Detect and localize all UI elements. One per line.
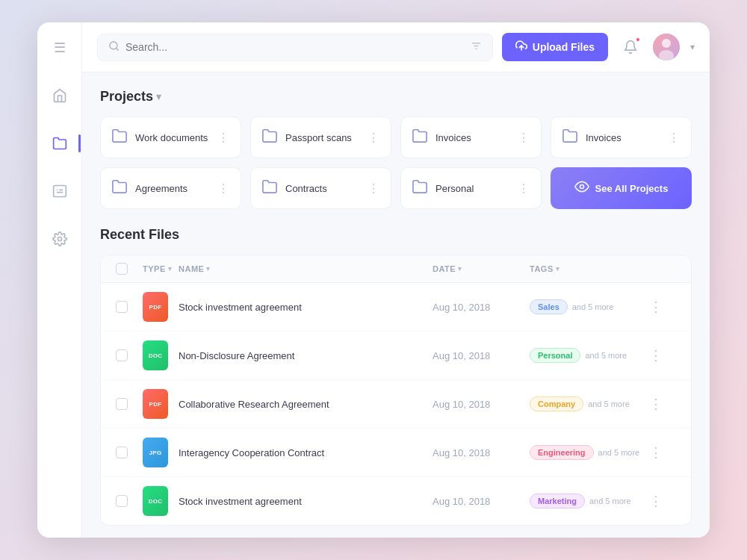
- project-menu-invoices-2[interactable]: ⋮: [668, 131, 681, 145]
- projects-title-chevron[interactable]: ▾: [156, 91, 161, 102]
- project-menu-personal[interactable]: ⋮: [518, 181, 530, 196]
- header: Upload Files: [82, 22, 710, 72]
- file-date-2: Aug 10, 2018: [433, 399, 530, 410]
- svg-point-12: [662, 39, 671, 48]
- file-type-badge-0: PDF: [143, 292, 168, 322]
- project-menu-work-documents[interactable]: ⋮: [217, 131, 230, 145]
- project-card-work-documents[interactable]: Work documents ⋮: [100, 116, 241, 158]
- file-tag-more-0: and 5 more: [572, 302, 614, 311]
- file-tags-0: Sales and 5 more: [530, 299, 649, 314]
- upload-files-button[interactable]: Upload Files: [502, 33, 608, 61]
- search-bar: [97, 34, 493, 61]
- row-menu-4[interactable]: ⋮: [649, 493, 676, 509]
- recent-files-title: Recent Files: [100, 227, 692, 243]
- file-type-badge-2: PDF: [143, 389, 168, 419]
- row-menu-2[interactable]: ⋮: [649, 396, 676, 412]
- project-card-invoices-2[interactable]: Invoices ⋮: [551, 116, 692, 158]
- project-name-work-documents: Work documents: [135, 132, 208, 143]
- content-area: Projects ▾ Work documents ⋮: [82, 72, 710, 538]
- sidebar: ☰: [37, 22, 82, 538]
- project-menu-agreements[interactable]: ⋮: [217, 181, 230, 196]
- file-tag-1[interactable]: Personal: [530, 348, 580, 363]
- main-panel: Upload Files: [82, 22, 710, 538]
- sidebar-item-files[interactable]: [46, 130, 73, 157]
- notifications-button[interactable]: [617, 34, 644, 60]
- project-menu-contracts[interactable]: ⋮: [368, 181, 380, 196]
- project-name-invoices-2: Invoices: [586, 132, 622, 143]
- file-tag-more-1: and 5 more: [585, 351, 627, 360]
- project-card-agreements[interactable]: Agreements ⋮: [100, 167, 241, 209]
- row-checkbox-2[interactable]: [116, 398, 143, 410]
- table-row: DOC Stock investment agreement Aug 10, 2…: [101, 477, 691, 525]
- folder-icon-contracts: [261, 178, 278, 198]
- svg-point-14: [580, 184, 583, 188]
- file-tag-4[interactable]: Marketing: [530, 494, 585, 508]
- svg-rect-0: [53, 186, 66, 197]
- row-menu-0[interactable]: ⋮: [649, 299, 676, 315]
- file-name-3: Interagency Cooperation Contract: [179, 447, 433, 458]
- avatar[interactable]: [653, 34, 680, 60]
- file-tag-0[interactable]: Sales: [530, 299, 568, 314]
- cloud-upload-icon: [515, 40, 527, 55]
- table-header-row: TYPE ▾ NAME ▾ DATE ▾ TAGS ▾: [101, 255, 691, 283]
- sidebar-item-contacts[interactable]: [46, 178, 73, 205]
- row-checkbox-3[interactable]: [116, 447, 143, 458]
- name-sort-icon: ▾: [206, 265, 211, 273]
- project-name-agreements: Agreements: [135, 183, 187, 194]
- file-tags-4: Marketing and 5 more: [530, 494, 649, 508]
- tags-sort-icon: ▾: [556, 265, 560, 273]
- col-header-name[interactable]: NAME ▾: [179, 264, 433, 273]
- header-checkbox[interactable]: [116, 263, 143, 275]
- sidebar-item-home[interactable]: [46, 82, 73, 109]
- search-input[interactable]: [125, 41, 465, 53]
- project-menu-invoices-1[interactable]: ⋮: [518, 131, 530, 145]
- project-menu-passport-scans[interactable]: ⋮: [368, 131, 380, 145]
- file-tag-2[interactable]: Company: [530, 396, 583, 411]
- row-menu-1[interactable]: ⋮: [649, 347, 676, 364]
- file-tags-1: Personal and 5 more: [530, 348, 649, 363]
- project-name-passport-scans: Passport scans: [285, 132, 352, 143]
- avatar-chevron-icon[interactable]: ▾: [690, 42, 695, 52]
- notification-dot: [635, 37, 641, 43]
- eye-icon: [574, 179, 589, 198]
- file-name-1: Non-Disclosure Agreement: [179, 350, 433, 361]
- project-name-invoices-1: Invoices: [436, 132, 471, 143]
- row-checkbox-4[interactable]: [116, 495, 143, 507]
- col-header-date[interactable]: DATE ▾: [433, 264, 530, 273]
- file-tags-2: Company and 5 more: [530, 396, 649, 411]
- project-card-personal[interactable]: Personal ⋮: [400, 167, 542, 209]
- projects-section-title: Projects ▾: [100, 89, 692, 105]
- file-tags-3: Engineering and 5 more: [530, 445, 649, 460]
- date-sort-icon: ▾: [458, 265, 462, 273]
- project-card-invoices-1[interactable]: Invoices ⋮: [400, 116, 542, 158]
- table-row: PDF Collaborative Research Agreement Aug…: [101, 380, 691, 429]
- project-name-contracts: Contracts: [285, 183, 327, 194]
- project-name-personal: Personal: [436, 183, 474, 194]
- recent-files-table: TYPE ▾ NAME ▾ DATE ▾ TAGS ▾: [100, 255, 692, 526]
- filter-icon[interactable]: [471, 40, 482, 55]
- file-tag-more-4: and 5 more: [589, 497, 631, 505]
- search-icon: [108, 40, 120, 55]
- row-checkbox-0[interactable]: [116, 301, 143, 313]
- folder-icon-agreements: [111, 178, 128, 198]
- table-row: DOC Non-Disclosure Agreement Aug 10, 201…: [101, 332, 691, 380]
- file-type-badge-4: DOC: [143, 486, 168, 516]
- recent-files-title-text: Recent Files: [100, 227, 179, 243]
- project-card-passport-scans[interactable]: Passport scans ⋮: [250, 116, 391, 158]
- see-all-projects-button[interactable]: See All Projects: [551, 167, 692, 209]
- sidebar-item-settings[interactable]: [46, 225, 73, 252]
- file-tag-3[interactable]: Engineering: [530, 445, 594, 460]
- file-type-badge-1: DOC: [143, 340, 168, 370]
- row-menu-3[interactable]: ⋮: [649, 444, 676, 461]
- file-date-3: Aug 10, 2018: [433, 447, 530, 458]
- table-row: PDF Stock investment agreement Aug 10, 2…: [101, 283, 691, 332]
- hamburger-menu-button[interactable]: ☰: [46, 34, 73, 61]
- file-date-1: Aug 10, 2018: [433, 350, 530, 361]
- table-row: JPG Interagency Cooperation Contract Aug…: [101, 429, 691, 477]
- folder-icon-invoices-1: [412, 128, 428, 147]
- file-date-4: Aug 10, 2018: [433, 496, 530, 507]
- col-header-type[interactable]: TYPE ▾: [143, 264, 179, 273]
- project-card-contracts[interactable]: Contracts ⋮: [250, 167, 391, 209]
- row-checkbox-1[interactable]: [116, 349, 143, 361]
- col-header-tags[interactable]: TAGS ▾: [530, 264, 649, 273]
